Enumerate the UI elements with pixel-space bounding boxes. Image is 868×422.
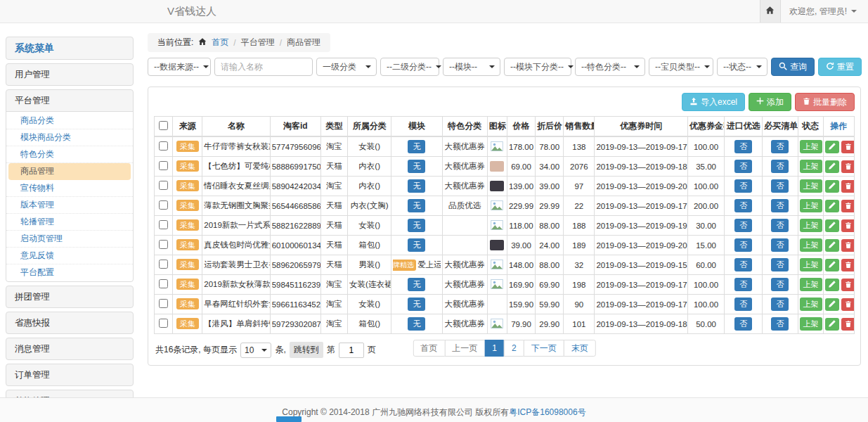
- sidebar-group[interactable]: 拼团管理: [6, 286, 134, 308]
- sidebar-subitem[interactable]: 平台配置: [6, 264, 133, 281]
- sidebar-subitem[interactable]: 商品管理: [8, 163, 131, 180]
- status-toggle[interactable]: 上架: [800, 179, 822, 193]
- import-toggle[interactable]: 否: [734, 199, 752, 212]
- pager-item[interactable]: 2: [504, 340, 524, 357]
- module-none-badge[interactable]: 无: [408, 298, 425, 311]
- edit-button[interactable]: [825, 200, 839, 212]
- pager-item[interactable]: 1: [484, 340, 505, 357]
- filter-select[interactable]: --模块--: [443, 58, 500, 76]
- delete-button[interactable]: [841, 160, 855, 173]
- row-checkbox[interactable]: [159, 319, 168, 328]
- module-none-badge[interactable]: 无: [408, 238, 425, 252]
- breadcrumb-home-link[interactable]: 首页: [212, 37, 228, 49]
- must-buy-toggle[interactable]: 否: [771, 179, 789, 193]
- edit-button[interactable]: [825, 219, 839, 232]
- import-toggle[interactable]: 否: [734, 238, 752, 252]
- reset-button[interactable]: 重置: [818, 58, 862, 76]
- status-toggle[interactable]: 上架: [800, 160, 822, 173]
- status-toggle[interactable]: 上架: [800, 278, 822, 291]
- sidebar-group-users[interactable]: 用户管理: [6, 63, 134, 86]
- must-buy-toggle[interactable]: 否: [771, 278, 789, 291]
- filter-select[interactable]: --模块下分类--: [504, 58, 571, 76]
- edit-button[interactable]: [825, 180, 839, 193]
- import-toggle[interactable]: 否: [734, 219, 752, 232]
- must-buy-toggle[interactable]: 否: [771, 199, 789, 212]
- pager-item[interactable]: 上一页: [444, 340, 485, 357]
- status-toggle[interactable]: 上架: [800, 140, 822, 153]
- pager-item[interactable]: 首页: [413, 340, 445, 357]
- add-button[interactable]: 添加: [749, 93, 791, 111]
- delete-button[interactable]: [841, 298, 855, 311]
- import-toggle[interactable]: 否: [734, 278, 752, 291]
- row-checkbox[interactable]: [159, 220, 168, 229]
- jump-page-input[interactable]: [339, 343, 364, 358]
- status-toggle[interactable]: 上架: [800, 317, 822, 331]
- import-toggle[interactable]: 否: [734, 258, 752, 271]
- module-none-badge[interactable]: 无: [408, 199, 425, 212]
- sidebar-subitem[interactable]: 宣传物料: [6, 180, 133, 197]
- sidebar-group[interactable]: 省惠快报: [6, 312, 134, 334]
- select-all-checkbox[interactable]: [159, 121, 168, 130]
- filter-select[interactable]: 一级分类: [316, 58, 377, 76]
- import-toggle[interactable]: 否: [734, 160, 752, 173]
- sidebar-group[interactable]: 订单管理: [6, 364, 134, 386]
- row-checkbox[interactable]: [159, 299, 168, 308]
- row-checkbox[interactable]: [159, 260, 168, 269]
- row-checkbox[interactable]: [159, 141, 168, 151]
- module-none-badge[interactable]: 无: [408, 278, 425, 291]
- module-none-badge[interactable]: 无: [408, 160, 425, 173]
- status-toggle[interactable]: 上架: [800, 298, 822, 311]
- must-buy-toggle[interactable]: 否: [771, 140, 789, 153]
- module-none-badge[interactable]: 无: [408, 140, 425, 153]
- sidebar-subitem[interactable]: 模块商品分类: [6, 129, 133, 146]
- search-button[interactable]: 查询: [771, 58, 815, 76]
- pager-item[interactable]: 下一页: [524, 340, 564, 357]
- must-buy-toggle[interactable]: 否: [771, 219, 789, 232]
- jump-button[interactable]: 跳转到: [290, 342, 323, 358]
- must-buy-toggle[interactable]: 否: [771, 238, 789, 252]
- must-buy-toggle[interactable]: 否: [771, 298, 789, 311]
- filter-select-data-source[interactable]: --数据来源--: [148, 58, 211, 76]
- status-toggle[interactable]: 上架: [800, 258, 822, 271]
- delete-button[interactable]: [841, 200, 855, 212]
- row-checkbox[interactable]: [159, 279, 168, 288]
- pager-item[interactable]: 末页: [564, 340, 596, 357]
- delete-button[interactable]: [841, 180, 855, 193]
- must-buy-toggle[interactable]: 否: [771, 160, 789, 173]
- delete-button[interactable]: [841, 279, 855, 291]
- import-toggle[interactable]: 否: [734, 179, 752, 193]
- delete-button[interactable]: [841, 219, 855, 232]
- edit-button[interactable]: [825, 259, 839, 271]
- edit-button[interactable]: [825, 239, 839, 252]
- must-buy-toggle[interactable]: 否: [771, 258, 789, 271]
- edit-button[interactable]: [825, 279, 839, 291]
- import-toggle[interactable]: 否: [734, 298, 752, 311]
- batch-delete-button[interactable]: 批量删除: [795, 93, 855, 111]
- sidebar-subitem[interactable]: 特色分类: [6, 146, 133, 163]
- status-toggle[interactable]: 上架: [800, 199, 822, 212]
- filter-select[interactable]: --特色分类--: [575, 58, 645, 76]
- import-excel-button[interactable]: 导入excel: [682, 93, 745, 111]
- edit-button[interactable]: [825, 318, 839, 331]
- edit-button[interactable]: [825, 160, 839, 173]
- delete-button[interactable]: [841, 239, 855, 252]
- must-buy-toggle[interactable]: 否: [771, 317, 789, 331]
- sidebar-subitem[interactable]: 版本管理: [6, 197, 133, 214]
- module-none-badge[interactable]: 无: [408, 317, 425, 331]
- row-checkbox[interactable]: [159, 240, 168, 249]
- import-toggle[interactable]: 否: [734, 140, 752, 153]
- sidebar-group[interactable]: 消息管理: [6, 338, 134, 360]
- sidebar-group-label[interactable]: 平台管理: [6, 90, 133, 111]
- per-page-select[interactable]: 10: [240, 343, 271, 358]
- user-menu[interactable]: 欢迎您, 管理员!: [781, 6, 868, 18]
- row-checkbox[interactable]: [159, 181, 168, 190]
- filter-select[interactable]: --宝贝类型--: [649, 58, 713, 76]
- sidebar-subitem[interactable]: 启动页管理: [6, 231, 133, 248]
- delete-button[interactable]: [841, 259, 855, 271]
- edit-button[interactable]: [825, 141, 839, 153]
- module-none-badge[interactable]: 无: [408, 219, 425, 232]
- sidebar-subitem[interactable]: 轮播管理: [6, 214, 133, 231]
- filter-select[interactable]: --状态--: [717, 58, 767, 76]
- name-search-input[interactable]: [214, 58, 313, 76]
- sidebar-subitem[interactable]: 意见反馈: [6, 248, 133, 264]
